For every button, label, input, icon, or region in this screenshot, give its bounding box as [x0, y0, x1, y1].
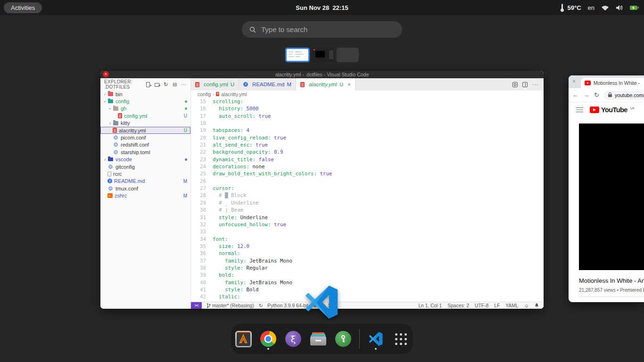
window-close-button[interactable]: × — [103, 71, 109, 77]
dock-emacs[interactable]: ξ — [284, 329, 302, 349]
feedback-icon[interactable]: ☺ — [524, 303, 529, 308]
tab-alacritty-yml-active[interactable]: alacritty.yml U × — [296, 78, 355, 90]
back-icon[interactable]: ← — [572, 91, 578, 99]
new-folder-icon[interactable] — [154, 82, 160, 88]
tree-item-label: redshift.conf — [121, 142, 149, 148]
chrome-tab-strip: × Motionless In White - — [569, 75, 644, 88]
new-file-icon[interactable] — [145, 82, 151, 88]
reload-icon[interactable]: ↻ — [594, 91, 599, 99]
line-number: 15 — [191, 98, 213, 105]
search-placeholder: Type to search — [261, 25, 307, 33]
tab-config-yml[interactable]: config.yml U — [191, 78, 239, 90]
workspace-thumbnail-active[interactable] — [285, 48, 310, 62]
editor-more-actions-icon[interactable]: ··· — [532, 82, 539, 87]
tree-item-config[interactable]: ›config — [100, 98, 190, 105]
gear-icon: ⚙ — [107, 185, 114, 192]
dock-separator — [359, 329, 360, 349]
tab-close-icon[interactable]: × — [572, 78, 576, 85]
tree-item-redshift.conf[interactable]: ⚙redshift.conf — [100, 141, 190, 148]
tree-item-gh[interactable]: ›gh — [100, 105, 190, 112]
folder-icon — [108, 99, 113, 104]
code-editor[interactable]: 15scrolling:16 history: 500017 auto_scro… — [191, 98, 544, 309]
cursor-position-status[interactable]: Ln 1, Col 1 — [418, 303, 442, 308]
dock-alacritty[interactable] — [234, 329, 252, 349]
breadcrumb[interactable]: config › alacritty.yml — [191, 90, 544, 98]
tree-item-README.md[interactable]: iREADME.mdM — [100, 178, 190, 185]
clock[interactable]: Sun Nov 28 22:15 — [296, 4, 348, 11]
python-interpreter-status[interactable]: Python 3.9.9 64-bit — [267, 303, 308, 308]
info-icon: i — [107, 179, 112, 183]
forward-icon[interactable]: → — [583, 91, 589, 99]
tree-item-picom.conf[interactable]: ⚙picom.conf — [100, 134, 190, 141]
line-number: 40 — [191, 279, 213, 286]
breadcrumb-folder[interactable]: config — [198, 91, 211, 97]
temperature-indicator: 59°C — [560, 4, 581, 12]
tree-item-zshrc[interactable]: >_zshrcM — [100, 192, 190, 199]
tree-item-starship.toml[interactable]: ⚙starship.toml — [100, 148, 190, 156]
dock-files[interactable] — [309, 329, 327, 349]
collapse-folders-icon[interactable]: ⊟ — [172, 82, 178, 88]
workspace-thumbnail-3[interactable] — [337, 48, 359, 62]
split-editor-icon[interactable] — [522, 82, 528, 87]
code-line-40: 40 family: JetBrains Mono — [191, 279, 544, 286]
thermometer-icon — [560, 4, 564, 12]
keyboard-layout-indicator[interactable]: en — [588, 4, 594, 11]
dock-chrome[interactable] — [259, 329, 277, 349]
breadcrumb-file[interactable]: alacritty.yml — [221, 91, 247, 97]
line-number: 32 — [191, 221, 213, 228]
youtube-logo[interactable]: YouTube UA — [590, 106, 635, 114]
vscode-logo-drag[interactable] — [304, 284, 339, 321]
tab-readme-md[interactable]: i README.md M — [239, 78, 296, 90]
menu-icon[interactable] — [576, 107, 583, 113]
sync-icon[interactable]: ↻ — [259, 303, 263, 308]
workspace-thumbnail-2[interactable] — [312, 48, 334, 62]
language-mode-status[interactable]: YAML — [505, 303, 518, 308]
refresh-icon[interactable]: ↻ — [163, 82, 169, 88]
address-bar[interactable]: youtube.com/wa — [604, 90, 644, 100]
code-line-17: 17 auto_scroll: true — [191, 113, 544, 120]
encoding-status[interactable]: UTF-8 — [475, 303, 488, 308]
chevron-icon: › — [102, 99, 107, 104]
code-line-16: 16 history: 5000 — [191, 105, 544, 112]
git-branch-status[interactable]: master* (Rebasing) — [206, 303, 254, 308]
more-actions-icon[interactable]: ··· — [181, 82, 187, 88]
line-number: 29 — [191, 199, 213, 206]
system-tray[interactable]: 59°C en — [560, 4, 637, 12]
chevron-icon: › — [107, 106, 113, 111]
dock-app-grid[interactable] — [392, 329, 410, 349]
line-number: 36 — [191, 250, 213, 257]
tree-item-config.yml[interactable]: config.ymlU — [100, 112, 190, 119]
chevron-icon: › — [102, 157, 107, 162]
line-number: 41 — [191, 286, 213, 293]
tree-item-tmux.conf[interactable]: ⚙tmux.conf — [100, 185, 190, 192]
chrome-tab-youtube[interactable]: Motionless In White - — [581, 78, 644, 88]
tree-item-gitconfig[interactable]: ⚙gitconfig — [100, 163, 190, 170]
vscode-window[interactable]: × alacritty.yml - .dotfiles - Visual Stu… — [100, 71, 544, 309]
search-input[interactable]: Type to search — [242, 21, 402, 38]
editor-group: config.yml U i README.md M alacritty.yml… — [191, 78, 544, 309]
workspace-switcher — [0, 48, 644, 62]
code-line-39: 39 bold: — [191, 272, 544, 279]
git-status-badge: U — [184, 113, 187, 118]
tree-item-vscode[interactable]: ›vscode — [100, 156, 190, 163]
explorer-sidebar: EXPLORER: .DOTFILES ↻ ⊟ ··· ›bin›config›… — [100, 78, 191, 309]
eol-status[interactable]: LF — [494, 303, 500, 308]
remote-indicator[interactable]: >< — [191, 302, 202, 309]
volume-icon — [616, 5, 623, 11]
video-player[interactable] — [579, 123, 644, 270]
notifications-bell-icon[interactable] — [535, 303, 539, 308]
tree-item-alacritty.yml[interactable]: alacritty.ymlU — [100, 127, 190, 134]
chrome-window[interactable]: × Motionless In White - ← → ↻ youtube.co… — [569, 75, 644, 302]
tab-close-icon[interactable]: × — [347, 82, 350, 87]
tree-item-bin[interactable]: ›bin — [100, 90, 190, 98]
tree-item-label: gh — [121, 106, 126, 111]
open-changes-icon[interactable] — [512, 82, 518, 87]
vscode-titlebar[interactable]: × alacritty.yml - .dotfiles - Visual Stu… — [100, 71, 544, 78]
dock-vscode[interactable] — [367, 329, 385, 349]
activities-button[interactable]: Activities — [4, 2, 42, 13]
indentation-status[interactable]: Spaces: 2 — [447, 303, 469, 308]
tree-item-kitty[interactable]: ›kitty — [100, 120, 190, 127]
git-dot-indicator — [185, 107, 187, 110]
tree-item-rcrc[interactable]: rcrc — [100, 170, 190, 177]
dock-passwords[interactable] — [334, 329, 352, 349]
